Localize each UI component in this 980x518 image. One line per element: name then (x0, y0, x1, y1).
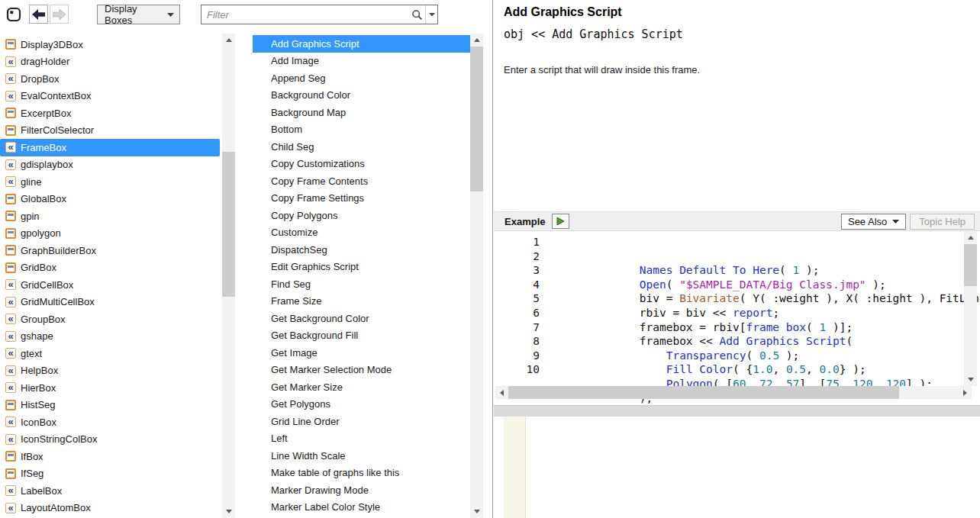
message-label: Add Image (271, 55, 319, 66)
topic-help-button[interactable]: Topic Help (910, 214, 975, 230)
message-label: Edit Graphics Script (271, 261, 359, 272)
display-box-list-item[interactable]: EvalContextBox (0, 88, 220, 105)
message-list-item[interactable]: Copy Polygons (253, 207, 470, 224)
display-box-icon (5, 331, 16, 342)
output-splitter[interactable] (494, 405, 980, 417)
display-box-list-item[interactable]: IconStringColBox (0, 431, 220, 449)
message-list-item[interactable]: Copy Frame Contents (253, 172, 470, 190)
display-box-list-item[interactable]: FilterColSelector (0, 122, 220, 140)
message-list-item[interactable]: Add Image (253, 53, 470, 70)
display-box-list-item[interactable]: GridMultiCellBox (0, 294, 220, 311)
message-list-item[interactable]: Bottom (253, 121, 470, 139)
message-list-item[interactable]: Append Seg (253, 69, 470, 87)
scroll-down-icon[interactable] (470, 505, 483, 518)
message-list-item[interactable]: Copy Frame Settings (253, 190, 470, 208)
display-box-list-item[interactable]: LabelBox (0, 482, 220, 500)
message-list-item[interactable]: Frame Size (253, 293, 470, 310)
display-box-list-item[interactable]: IfBox (0, 448, 220, 465)
filter-dropdown-button[interactable] (425, 5, 437, 24)
message-list-item[interactable]: Marker Label Color Style (253, 499, 470, 516)
scroll-up-icon[interactable] (222, 34, 235, 47)
scroll-up-icon[interactable] (964, 231, 977, 244)
display-box-icon (5, 348, 16, 359)
display-box-list-item[interactable]: GridCellBox (0, 276, 220, 294)
scrollbar-thumb[interactable] (470, 47, 483, 191)
display-box-list-item[interactable]: IfSeg (0, 465, 220, 483)
class-list-scrollbar[interactable] (222, 34, 235, 518)
code-text: Open( "$SAMPLE_DATA/Big Class.jmp" ); (559, 249, 886, 264)
message-list-item[interactable]: Edit Graphics Script (253, 259, 470, 276)
message-list-item[interactable]: Background Color (253, 87, 470, 105)
scrollbar-thumb[interactable] (964, 244, 977, 286)
run-example-button[interactable] (552, 214, 569, 229)
message-list-item[interactable]: Get Background Fill (253, 327, 470, 345)
home-button[interactable] (3, 4, 24, 25)
display-box-icon (5, 262, 16, 273)
display-box-list-item[interactable]: gdisplaybox (0, 156, 220, 174)
message-list-item[interactable]: Get Marker Selection Mode (253, 362, 470, 379)
message-list: Add Graphics Script Add Image Append Seg… (253, 29, 470, 518)
scroll-left-icon[interactable] (495, 386, 508, 399)
scrollbar-thumb[interactable] (222, 152, 235, 297)
message-label: Customize (271, 227, 318, 238)
display-box-list-item[interactable]: gpin (0, 208, 220, 225)
category-dropdown[interactable]: Display Boxes (97, 5, 180, 24)
chevron-down-icon (167, 13, 174, 17)
message-list-item[interactable]: Left (253, 430, 470, 448)
display-box-icon (5, 142, 16, 153)
message-list-item[interactable]: Copy Customizations (253, 156, 470, 173)
message-list-item[interactable]: Make table of graphs like this (253, 465, 470, 482)
display-box-list-item[interactable]: LayoutAtomBox (0, 500, 220, 517)
display-box-list-item[interactable]: GridBox (0, 259, 220, 277)
message-list-item[interactable]: Get Image (253, 344, 470, 362)
message-list-item[interactable]: DispatchSeg (253, 241, 470, 259)
example-code-editor[interactable]: 1 Names Default To Here( 1 ); 2 Open( "$… (494, 231, 977, 386)
message-list-item[interactable]: Background Map (253, 104, 470, 121)
message-list-item[interactable]: Add Graphics Script (253, 35, 470, 53)
display-box-list-item[interactable]: gpolygon (0, 225, 220, 243)
display-box-icon (5, 468, 16, 479)
display-box-list-item[interactable]: dragHolder (0, 53, 220, 71)
message-list-item[interactable]: Get Polygons (253, 396, 470, 413)
code-horizontal-scrollbar[interactable] (495, 386, 972, 399)
display-box-list-item[interactable]: DropBox (0, 70, 220, 88)
display-box-label: FrameBox (21, 142, 66, 153)
message-list-item[interactable]: Get Marker Size (253, 378, 470, 396)
display-box-list-item[interactable]: HierBox (0, 379, 220, 397)
message-list-item[interactable]: Get Background Color (253, 310, 470, 327)
scroll-down-icon[interactable] (222, 505, 235, 518)
back-button[interactable] (29, 5, 48, 24)
message-label: Marker Label Color Style (271, 501, 380, 513)
message-list-item[interactable]: Marker Drawing Mode (253, 481, 470, 499)
code-line: 9 Polygon( [60, 72, 57], [75, 120, 120] … (494, 349, 964, 363)
scroll-up-icon[interactable] (470, 34, 483, 47)
display-box-list-item[interactable]: GroupBox (0, 310, 220, 328)
scroll-right-icon[interactable] (959, 386, 972, 399)
message-list-item[interactable]: Customize (253, 224, 470, 242)
display-box-list-item[interactable]: HelpBox (0, 362, 220, 380)
display-box-list-item[interactable]: gtext (0, 345, 220, 362)
message-list-item[interactable]: Find Seg (253, 275, 470, 293)
display-box-list-item[interactable]: gshape (0, 328, 220, 346)
display-box-list-item[interactable]: Display3DBox (0, 36, 220, 53)
code-token: , (806, 363, 819, 375)
scroll-down-icon[interactable] (964, 373, 977, 386)
scrollbar-thumb[interactable] (508, 386, 899, 399)
display-box-list-item[interactable]: GraphBuilderBox (0, 242, 220, 259)
display-box-list-item[interactable]: ExcerptBox (0, 105, 220, 122)
filter-input[interactable] (201, 9, 408, 21)
code-scrollbar[interactable] (964, 231, 977, 386)
message-list-scrollbar[interactable] (470, 34, 483, 518)
see-also-button[interactable]: See Also (841, 214, 906, 230)
search-icon[interactable] (408, 9, 425, 21)
message-list-item[interactable]: Line Width Scale (253, 447, 470, 465)
display-box-list-item[interactable]: FrameBox (0, 139, 220, 156)
code-token: 1 (820, 321, 827, 333)
forward-button[interactable] (50, 5, 69, 24)
display-box-list-item[interactable]: HistSeg (0, 397, 220, 414)
message-list-item[interactable]: Grid Line Order (253, 413, 470, 430)
display-box-list-item[interactable]: IconBox (0, 413, 220, 431)
display-box-list-item[interactable]: GlobalBox (0, 191, 220, 208)
message-list-item[interactable]: Child Seg (253, 138, 470, 156)
display-box-list-item[interactable]: gline (0, 173, 220, 191)
